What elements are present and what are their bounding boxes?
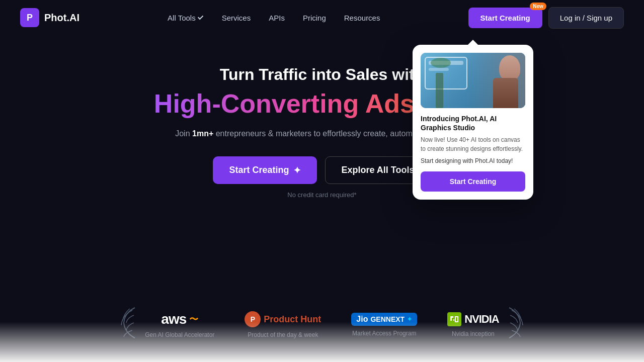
logo-text: Phot.AI: [44, 12, 79, 24]
chevron-down-icon: [198, 14, 203, 20]
nav-links: All Tools Services APIs Pricing Resource…: [168, 14, 380, 22]
login-signup-button[interactable]: Log in / Sign up: [548, 7, 624, 29]
new-badge: New: [530, 3, 546, 10]
logo-icon: P: [20, 8, 39, 27]
logo[interactable]: P Phot.AI: [20, 8, 79, 27]
hero-section: Turn Traffic into Sales with High-Conver…: [0, 35, 644, 199]
nav-buttons: Start Creating New Log in / Sign up: [468, 7, 624, 29]
hero-subheading: Turn Traffic into Sales with: [220, 65, 425, 84]
navbar: P Phot.AI All Tools Services APIs Pricin…: [0, 0, 644, 35]
bottom-wave: [0, 322, 644, 362]
nav-pricing[interactable]: Pricing: [303, 14, 326, 22]
no-credit-card-text: No credit card required*: [287, 191, 356, 199]
nav-services[interactable]: Services: [222, 14, 251, 22]
start-creating-dropdown: Introducing Phot.AI, AI Graphics Studio …: [413, 45, 533, 200]
popup-description: Now live! Use 40+ AI tools on canvas to …: [421, 135, 525, 153]
hero-buttons: Start Creating ✦ Explore All Tools: [213, 156, 431, 184]
nav-apis[interactable]: APIs: [269, 14, 285, 22]
hero-bold-count: 1mn+: [192, 129, 213, 138]
popup-tagline: Start designing with Phot.AI today!: [421, 157, 525, 164]
dropdown-arrow: [468, 40, 478, 45]
popup-start-creating-button[interactable]: Start Creating: [421, 171, 525, 192]
start-creating-button[interactable]: Start Creating New: [468, 8, 542, 28]
nav-all-tools[interactable]: All Tools: [168, 14, 204, 22]
nav-resources[interactable]: Resources: [344, 14, 380, 22]
hero-start-creating-button[interactable]: Start Creating ✦: [213, 156, 316, 184]
popup-title: Introducing Phot.AI, AI Graphics Studio: [421, 114, 525, 132]
sparkle-icon: ✦: [293, 165, 301, 176]
popup-preview-image: [421, 53, 525, 108]
